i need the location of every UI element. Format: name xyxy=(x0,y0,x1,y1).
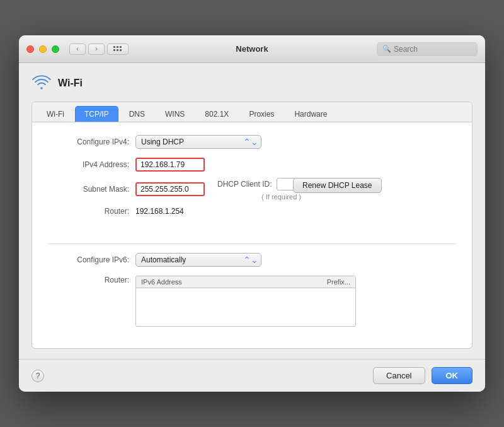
content-area: Wi-Fi Wi-Fi TCP/IP DNS WINS 802.1X Proxi… xyxy=(19,63,485,359)
ipv6-router-row: Router: IPv6 Address Prefix... xyxy=(47,276,457,327)
bottom-bar: ? Cancel OK xyxy=(19,359,485,392)
configure-ipv4-select[interactable]: Using DHCP Manually Using BootP Off xyxy=(135,135,261,149)
configure-ipv6-wrapper: Automatically Off Manually ⌃⌄ xyxy=(135,253,261,267)
subnet-mask-value[interactable]: 255.255.255.0 xyxy=(135,182,205,196)
tab-dns[interactable]: DNS xyxy=(120,106,154,122)
back-button[interactable]: ‹ xyxy=(69,44,86,55)
configure-ipv6-select[interactable]: Automatically Off Manually xyxy=(135,253,261,267)
ipv6-table: IPv6 Address Prefix... xyxy=(135,276,356,327)
router-ipv6-label: Router: xyxy=(47,276,129,284)
window-title: Network xyxy=(236,44,268,54)
dhcp-client-id-label: DHCP Client ID: xyxy=(217,180,272,189)
tab-8021x[interactable]: 802.1X xyxy=(195,106,238,122)
cancel-button[interactable]: Cancel xyxy=(373,367,425,384)
configure-ipv4-row: Configure IPv4: Using DHCP Manually Usin… xyxy=(47,135,457,149)
wifi-label: Wi-Fi xyxy=(58,78,83,89)
ipv6-address-col: IPv6 Address xyxy=(141,278,327,286)
tab-wins[interactable]: WINS xyxy=(156,106,194,122)
tab-tcpip[interactable]: TCP/IP xyxy=(75,106,118,122)
router-value: 192.168.1.254 xyxy=(135,207,184,216)
ipv6-table-header: IPv6 Address Prefix... xyxy=(136,276,355,288)
if-required-text: ( If required ) xyxy=(261,193,301,201)
form-area: Configure IPv4: Using DHCP Manually Usin… xyxy=(32,122,472,348)
network-window: ‹ › Network 🔍 Wi- xyxy=(19,35,485,392)
close-button[interactable] xyxy=(26,45,34,53)
configure-ipv4-label: Configure IPv4: xyxy=(47,137,129,146)
divider xyxy=(47,243,457,244)
tab-wifi[interactable]: Wi-Fi xyxy=(37,106,74,122)
search-input[interactable] xyxy=(394,45,472,54)
router-label: Router: xyxy=(47,207,129,216)
subnet-mask-row: Subnet Mask: 255.255.255.0 DHCP Client I… xyxy=(47,178,457,201)
router-row: Router: 192.168.1.254 xyxy=(47,207,457,216)
grid-button[interactable] xyxy=(107,44,129,55)
title-bar: ‹ › Network 🔍 xyxy=(19,35,485,63)
ipv6-prefix-col: Prefix... xyxy=(327,278,350,286)
maximize-button[interactable] xyxy=(52,45,59,53)
configure-ipv4-wrapper: Using DHCP Manually Using BootP Off ⌃⌄ xyxy=(135,135,261,149)
search-icon: 🔍 xyxy=(382,45,391,53)
network-panel: Wi-Fi TCP/IP DNS WINS 802.1X Proxies Har… xyxy=(32,102,472,349)
minimize-button[interactable] xyxy=(39,45,47,53)
bottom-actions: Cancel OK xyxy=(373,367,472,384)
tab-proxies[interactable]: Proxies xyxy=(239,106,284,122)
wifi-icon xyxy=(32,73,52,93)
ipv4-address-row: IPv4 Address: 192.168.1.79 xyxy=(47,158,457,172)
configure-ipv6-label: Configure IPv6: xyxy=(47,255,129,264)
wifi-header: Wi-Fi xyxy=(32,73,472,93)
ipv4-address-label: IPv4 Address: xyxy=(47,160,129,169)
forward-button[interactable]: › xyxy=(88,44,105,55)
renew-dhcp-button[interactable]: Renew DHCP Lease xyxy=(293,178,382,193)
traffic-lights xyxy=(26,45,59,53)
subnet-mask-label: Subnet Mask: xyxy=(47,185,129,194)
ipv6-table-body[interactable] xyxy=(136,288,355,326)
tab-hardware[interactable]: Hardware xyxy=(285,106,336,122)
ok-button[interactable]: OK xyxy=(432,367,473,384)
configure-ipv6-row: Configure IPv6: Automatically Off Manual… xyxy=(47,253,457,267)
nav-buttons: ‹ › xyxy=(69,44,105,55)
help-button[interactable]: ? xyxy=(32,370,44,382)
search-box[interactable]: 🔍 xyxy=(377,42,478,56)
ipv4-address-value[interactable]: 192.168.1.79 xyxy=(135,158,205,172)
tab-bar: Wi-Fi TCP/IP DNS WINS 802.1X Proxies Har… xyxy=(32,102,472,122)
